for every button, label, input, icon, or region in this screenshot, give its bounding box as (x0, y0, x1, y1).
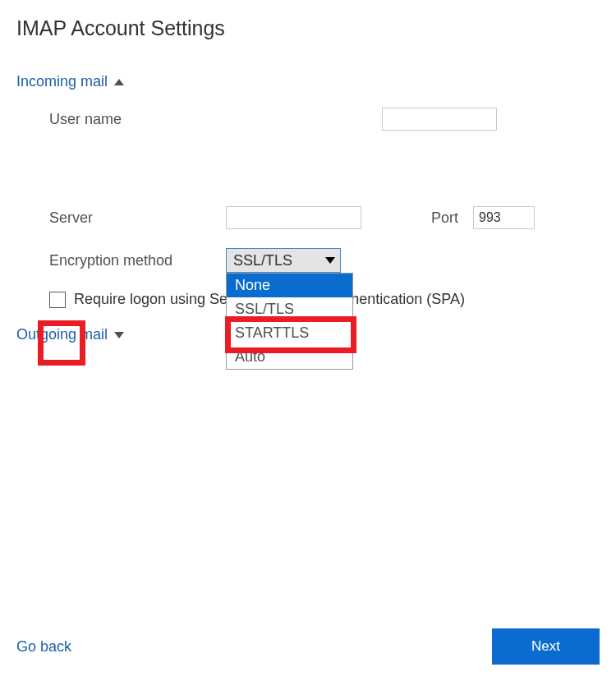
dropdown-arrow-icon (319, 249, 340, 272)
username-label: User name (49, 111, 226, 128)
spa-checkbox[interactable] (49, 292, 66, 308)
encryption-option-ssltls[interactable]: SSL/TLS (227, 297, 352, 321)
encryption-option-auto[interactable]: Auto (227, 345, 352, 369)
encryption-selected-value: SSL/TLS (227, 249, 319, 272)
page-title: IMAP Account Settings (0, 0, 616, 40)
port-input[interactable] (473, 206, 535, 229)
port-label: Port (431, 209, 458, 227)
outgoing-mail-header[interactable]: Outgoing mail (16, 326, 124, 343)
server-row: Server Port (49, 205, 600, 230)
encryption-dropdown: None SSL/TLS STARTTLS Auto (226, 273, 353, 370)
server-label: Server (49, 209, 226, 227)
encryption-select-display[interactable]: SSL/TLS (226, 248, 341, 273)
encryption-option-starttls[interactable]: STARTTLS (227, 321, 352, 345)
encryption-option-none[interactable]: None (227, 274, 352, 297)
incoming-mail-label: Incoming mail (16, 73, 108, 90)
incoming-mail-form: User name Server Port Encryption method … (0, 90, 616, 308)
encryption-select[interactable]: SSL/TLS None SSL/TLS STARTTLS Auto (226, 248, 341, 273)
encryption-row: Encryption method SSL/TLS None SSL/TLS S… (49, 248, 600, 273)
encryption-label: Encryption method (49, 252, 226, 269)
incoming-mail-header[interactable]: Incoming mail (16, 73, 124, 90)
username-input[interactable] (382, 108, 497, 131)
outgoing-mail-label: Outgoing mail (16, 326, 108, 343)
next-button[interactable]: Next (492, 628, 600, 665)
server-input[interactable] (226, 206, 361, 229)
footer: Go back Next (0, 628, 616, 665)
chevron-up-icon (114, 79, 124, 85)
username-row: User name (49, 107, 600, 131)
chevron-down-icon (114, 332, 124, 338)
go-back-link[interactable]: Go back (16, 638, 71, 656)
